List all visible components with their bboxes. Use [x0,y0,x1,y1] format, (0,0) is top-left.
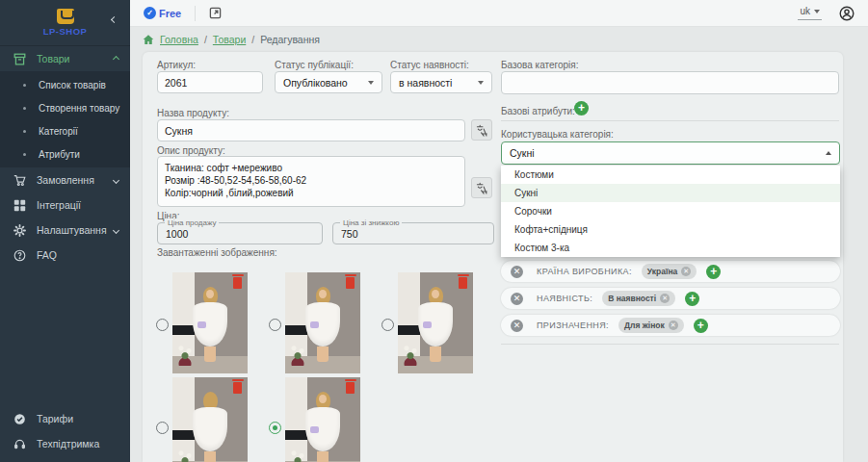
remove-value-icon[interactable]: ✕ [681,267,691,276]
sidebar-item-label: Техпідтримка [37,438,99,449]
dropdown-option[interactable]: Кофта+спідниця [501,220,840,239]
description-textarea[interactable]: Тканина: софт +мереживо Розмір :48-50,52… [157,156,465,207]
photo-flowers [288,446,307,462]
sku-label: Артикул: [157,60,196,70]
photo-shelf [285,325,307,336]
remove-attribute-icon[interactable]: ✕ [511,293,523,305]
photo-flowers [175,446,195,462]
photo-shelf [398,325,420,336]
sidebar-item-categories[interactable]: Категорії [0,119,130,142]
sub-item-label: Список товарів [39,80,106,90]
image-radio[interactable] [269,422,281,434]
uploaded-images-label: Завантаженні зображення: [157,247,277,258]
add-value-button[interactable]: + [685,292,699,306]
breadcrumb-products-link[interactable]: Товари [213,34,246,45]
logo-text: LP-SHOP [43,26,88,37]
publication-status-select[interactable]: Опубліковано [275,71,382,93]
verified-badge-icon: ✓ [144,7,156,19]
divider [501,120,839,121]
dropdown-option[interactable]: Костюм 3-ка [501,239,840,257]
image-radio[interactable] [156,422,169,434]
sidebar-collapse-button[interactable] [112,9,121,18]
attribute-value-chip[interactable]: В наявності ✕ [602,291,675,306]
bullet-icon [23,84,26,87]
base-attributes-label: Базові атрибути: [501,106,575,116]
plan-badge[interactable]: ✓ Free [144,7,181,19]
sidebar-item-product-create[interactable]: Створення товару [0,96,130,119]
box-icon [13,52,26,65]
product-image[interactable] [398,272,473,373]
add-value-button[interactable]: + [706,265,721,279]
question-circle-icon [13,248,26,262]
sku-input[interactable] [157,71,263,93]
sidebar-item-integrations[interactable]: Інтеграції [0,192,130,218]
topbar-divider [195,6,196,21]
remove-attribute-icon[interactable]: ✕ [511,266,523,278]
edit-product-form: Артикул: Статус публікації: Опубліковано… [143,52,843,462]
product-image[interactable] [172,377,248,462]
sidebar-item-tariffs[interactable]: Тарифи [0,406,130,431]
add-base-attribute-button[interactable]: + [574,101,589,116]
product-image[interactable] [172,272,248,373]
dropdown-option[interactable]: Сукні [501,184,840,202]
chevron-down-icon [113,176,119,183]
dropdown-option[interactable]: Сорочки [501,202,840,220]
delete-image-icon[interactable] [233,277,242,289]
translate-icon [476,124,488,137]
image-radio[interactable] [156,319,169,331]
sidebar-item-orders[interactable]: Замовлення [0,167,130,192]
availability-status-label: Статус наявності: [390,60,469,70]
gear-icon [13,223,26,237]
sidebar-item-products[interactable]: Товари [0,46,130,71]
remove-value-icon[interactable]: ✕ [660,294,670,303]
remove-value-icon[interactable]: ✕ [669,321,678,330]
discount-price-input[interactable] [333,223,493,244]
translate-button[interactable] [471,119,492,141]
sale-price-input[interactable] [158,223,322,244]
product-image[interactable] [285,377,360,462]
sidebar-item-support[interactable]: Техпідтримка [0,431,130,456]
remove-attribute-icon[interactable]: ✕ [511,320,523,332]
delete-image-icon[interactable] [459,277,467,289]
availability-status-select[interactable]: в наявності [390,71,492,93]
base-category-input[interactable] [501,71,839,94]
attribute-value-chip[interactable]: Для жінок ✕ [618,318,684,333]
photo-model [195,287,224,362]
sidebar-item-settings[interactable]: Налаштування [0,218,130,243]
sidebar-item-attributes[interactable]: Атрибути [0,142,130,166]
delete-image-icon[interactable] [346,277,355,289]
sub-item-label: Атрибути [39,149,80,160]
chevron-down-icon [368,81,374,85]
user-profile-icon[interactable] [839,6,855,21]
availability-status-value: в наявності [399,77,452,89]
attribute-name: НАЯВНІСТЬ: [537,294,592,303]
open-in-new-icon[interactable] [209,7,223,20]
sidebar-item-faq[interactable]: FAQ [0,243,130,268]
photo-model [420,287,450,362]
translate-icon [476,182,488,194]
delete-image-icon[interactable] [233,382,242,394]
product-name-input[interactable] [157,119,465,141]
custom-category-select[interactable]: Сукні [501,141,840,165]
photo-flowers [288,341,307,365]
custom-category-value: Сукні [510,147,535,159]
image-radio[interactable] [269,319,281,331]
image-radio[interactable] [381,319,394,331]
headset-icon [13,437,26,450]
breadcrumb: Головна / Товари / Редагування [143,27,320,52]
attribute-value-chip[interactable]: Україна ✕ [642,264,697,279]
sidebar-item-product-list[interactable]: Список товарів [0,73,130,96]
chevron-up-icon [826,151,831,155]
dropdown-option[interactable]: Костюми [501,166,840,184]
product-image[interactable] [285,272,360,373]
sidebar-item-label: Замовлення [37,174,94,186]
language-selector[interactable]: uk [798,6,822,20]
delete-image-icon[interactable] [346,382,355,394]
breadcrumb-home-link[interactable]: Головна [160,34,198,45]
chevron-down-icon [814,10,820,13]
translate-button[interactable] [471,177,492,198]
base-category-label: Базова категорія: [501,60,579,70]
sidebar-header: LP-SHOP [0,0,130,46]
chevron-up-icon [113,55,119,62]
add-value-button[interactable]: + [694,319,708,333]
